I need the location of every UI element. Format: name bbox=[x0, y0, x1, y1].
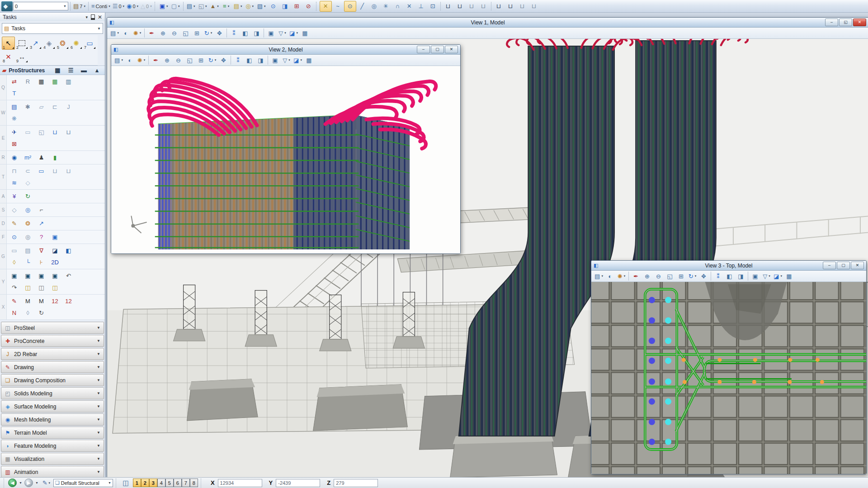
models-icon[interactable]: ▤▾ bbox=[185, 1, 197, 11]
geo-maps-icon[interactable]: ▧▾ bbox=[256, 1, 267, 11]
dark-palette-icon[interactable]: ▦ bbox=[35, 76, 48, 87]
element-selection-tool[interactable]: ↖1 bbox=[2, 37, 15, 50]
rotate-view-icon[interactable]: ↻▾ bbox=[687, 272, 698, 281]
element-info-icon[interactable]: ⊙ bbox=[268, 1, 279, 11]
pier-shape-icon[interactable]: ⊔ bbox=[48, 127, 61, 138]
rebar-coil-icon[interactable]: ≋ bbox=[8, 177, 21, 188]
point-clouds-icon[interactable]: ≡▾ bbox=[221, 1, 232, 11]
copy-view-icon[interactable]: ▣ bbox=[269, 56, 281, 65]
trim-line-icon[interactable]: ⌐ bbox=[35, 204, 48, 216]
stirrup-icon[interactable]: ¥ bbox=[8, 191, 21, 202]
model-combobox[interactable]: ❏ Default Structural ▼ bbox=[53, 479, 113, 487]
view1-titlebar[interactable]: ◧ View 1, Model – ◱ ✕ bbox=[107, 18, 868, 28]
collapse-panel-icon[interactable]: ▴ bbox=[91, 66, 103, 75]
snap-perpendicular-icon[interactable]: ⊥ bbox=[415, 1, 427, 11]
solid-box-icon[interactable]: ◇ bbox=[8, 204, 21, 216]
copy-view-icon[interactable]: ▣ bbox=[265, 28, 277, 38]
window-tool[interactable]: ▭7 bbox=[83, 37, 96, 50]
zoom-out-icon[interactable]: ⊖ bbox=[653, 272, 664, 281]
view-previous-icon[interactable]: ◧ bbox=[724, 272, 735, 281]
view3-titlebar[interactable]: ◧ View 3 - Top, Model – ▢ ✕ bbox=[591, 261, 866, 271]
view-number-8[interactable]: 8 bbox=[190, 479, 198, 487]
ps-snap-edge-icon[interactable]: ⊔ bbox=[466, 1, 477, 11]
walk-icon[interactable]: ⁑ bbox=[712, 272, 724, 281]
ps-point-edge-icon[interactable]: ⊔ bbox=[517, 1, 528, 11]
prostructures-header[interactable]: ▰ ProStructures ▦☰▬▴ bbox=[0, 66, 105, 75]
id-question-icon[interactable]: ? bbox=[35, 231, 48, 243]
paintbrush-icon[interactable]: ✎ bbox=[8, 296, 21, 307]
active-color-icon[interactable]: ▤7▾ bbox=[72, 1, 86, 11]
saved-views-icon[interactable]: ▦ bbox=[299, 28, 311, 38]
clip-mask-icon[interactable]: ◪▾ bbox=[292, 56, 303, 65]
grid-view-icon[interactable]: ▦ bbox=[52, 66, 63, 75]
view-number-2[interactable]: 2 bbox=[141, 479, 149, 487]
sidebar-item-proconcrete[interactable]: ✚ ProConcrete ▼ bbox=[1, 335, 104, 347]
clip-volume-icon[interactable]: ▽▾ bbox=[277, 28, 288, 38]
mesh-diamond-icon[interactable]: ◇ bbox=[21, 177, 34, 188]
j-bar-icon[interactable]: J bbox=[62, 101, 75, 113]
sidebar-item-prosteel[interactable]: ◫ ProSteel ▼ bbox=[1, 322, 104, 334]
ps-snap-mid-icon[interactable]: ⊔ bbox=[478, 1, 489, 11]
sidebar-item-drawing-composition[interactable]: ❏ Drawing Composition ▼ bbox=[1, 374, 104, 386]
pier-3d-icon[interactable]: ⊔ bbox=[48, 165, 61, 177]
settings-wrench-icon[interactable]: R bbox=[21, 76, 34, 87]
update-view-icon[interactable]: ✒ bbox=[150, 56, 161, 65]
transparency-icon[interactable]: △0▾ bbox=[140, 1, 153, 11]
pier-copy-icon[interactable]: ⊔ bbox=[62, 127, 75, 138]
ps-point-center-icon[interactable]: ⊔ bbox=[505, 1, 516, 11]
pan-view-icon[interactable]: ✥ bbox=[214, 28, 225, 38]
fit-view-icon[interactable]: ⊞ bbox=[195, 56, 207, 65]
ps-snap-corner-icon[interactable]: ⊔ bbox=[443, 1, 454, 11]
pan-view-icon[interactable]: ✥ bbox=[698, 272, 709, 281]
swap-rect-icon[interactable]: ↗ bbox=[35, 218, 48, 229]
cube-frame-icon[interactable]: ▱ bbox=[35, 101, 48, 113]
view-previous-icon[interactable]: ◧ bbox=[240, 28, 251, 38]
group-people-icon[interactable]: ♟ bbox=[35, 152, 48, 163]
minimize-button[interactable]: – bbox=[417, 46, 430, 53]
forward-icon[interactable]: ▶ bbox=[24, 479, 33, 487]
render-mode-icon[interactable]: ◐ bbox=[124, 56, 136, 65]
delete-shape-icon[interactable]: ⊠ bbox=[8, 138, 21, 150]
no-access-icon[interactable]: ⊘ bbox=[303, 1, 314, 11]
search-box-icon[interactable]: ◎ bbox=[21, 231, 34, 243]
list-view-icon[interactable]: ☰ bbox=[65, 66, 76, 75]
auto-rotate-icon[interactable]: ↻ bbox=[21, 191, 34, 202]
undo-icon[interactable]: ↶ bbox=[62, 270, 75, 282]
view-number-6[interactable]: 6 bbox=[174, 479, 182, 487]
number-ab-alt-icon[interactable]: 12 bbox=[62, 296, 75, 307]
delete-element-tool[interactable]: ✕8 bbox=[2, 50, 15, 63]
export-back-icon[interactable]: ▣ bbox=[48, 270, 61, 282]
sidebar-item-surface-modeling[interactable]: ◈ Surface Modeling ▼ bbox=[1, 400, 104, 413]
view-next-icon[interactable]: ◨ bbox=[255, 56, 266, 65]
view-rotate-tool[interactable]: ◈4 bbox=[42, 37, 56, 50]
levels-icon[interactable]: ▤▾ bbox=[232, 1, 244, 11]
ps-snap-center-icon[interactable]: ⊔ bbox=[454, 1, 466, 11]
window-area-icon[interactable]: ◱ bbox=[184, 56, 195, 65]
back-dropdown-icon[interactable]: ▼ bbox=[19, 481, 22, 484]
back-icon[interactable]: ◀ bbox=[8, 479, 17, 487]
window-area-icon[interactable]: ◱ bbox=[180, 28, 191, 38]
view-number-3[interactable]: 3 bbox=[149, 479, 157, 487]
beam-cut-icon[interactable]: ◪ bbox=[48, 245, 61, 256]
subtract-solids-icon[interactable]: ◫ bbox=[35, 282, 48, 293]
sidebar-item-visualization[interactable]: ▦ Visualization ▼ bbox=[1, 453, 104, 465]
restore-button[interactable]: ◱ bbox=[839, 19, 852, 26]
line-weight-icon[interactable]: ☰0▾ bbox=[112, 1, 125, 11]
close-button[interactable]: ✕ bbox=[853, 19, 866, 26]
export-list-icon[interactable]: ▣ bbox=[35, 270, 48, 282]
letter-m-icon[interactable]: M bbox=[35, 296, 48, 307]
zoom-in-icon[interactable]: ⊕ bbox=[161, 56, 173, 65]
battery-level-icon[interactable]: ▮ bbox=[48, 152, 61, 163]
view-display-icon[interactable]: ▤▾ bbox=[109, 28, 120, 38]
view-next-icon[interactable]: ◨ bbox=[251, 28, 262, 38]
saved-views-icon[interactable]: ▦ bbox=[303, 56, 315, 65]
redo-icon[interactable]: ↷ bbox=[8, 282, 21, 293]
zoom-in-icon[interactable]: ⊕ bbox=[157, 28, 169, 38]
airplane-icon[interactable]: ✈ bbox=[8, 127, 21, 138]
render-tool[interactable]: ✺6 bbox=[70, 37, 83, 50]
palette-icon[interactable]: ❂ bbox=[21, 218, 34, 229]
window-area-icon[interactable]: ◱ bbox=[664, 272, 675, 281]
level-filter-icon[interactable]: ◎▾ bbox=[244, 1, 255, 11]
renumber-icon[interactable]: ↻ bbox=[35, 307, 48, 319]
sidebar-item-terrain-model[interactable]: ⚑ Terrain Model ▼ bbox=[1, 427, 104, 439]
